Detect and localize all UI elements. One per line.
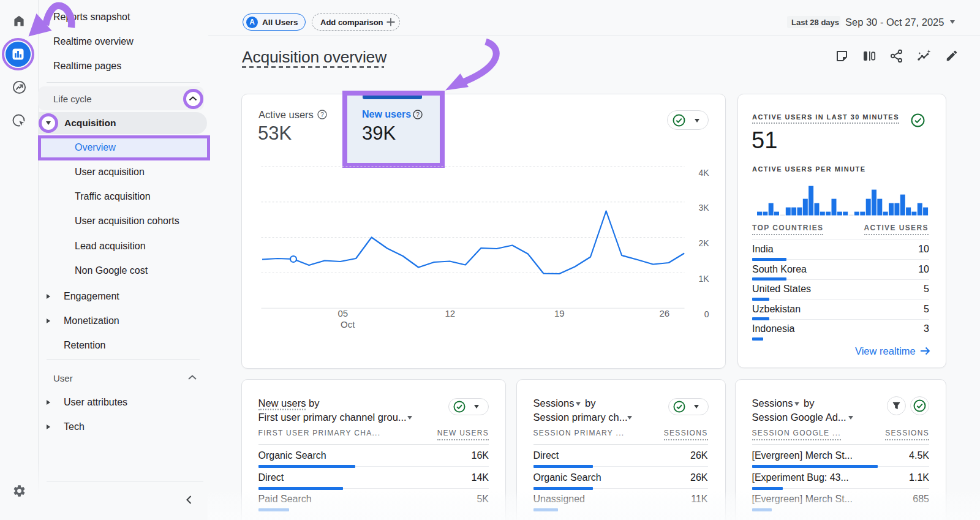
svg-text:Oct: Oct [341,318,355,329]
svg-text:0: 0 [704,309,709,318]
svg-text:4K: 4K [698,167,709,177]
svg-text:12: 12 [445,308,455,318]
svg-text:1K: 1K [698,273,709,283]
svg-text:26: 26 [659,308,669,318]
svg-text:05: 05 [337,308,348,318]
svg-text:3K: 3K [698,203,709,213]
svg-text:19: 19 [554,308,565,318]
svg-text:2K: 2K [698,238,709,248]
